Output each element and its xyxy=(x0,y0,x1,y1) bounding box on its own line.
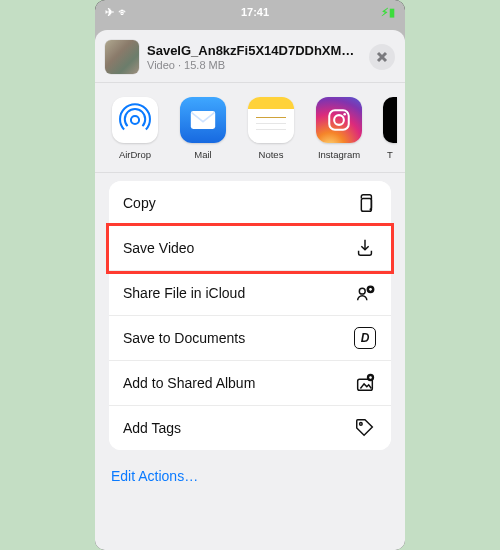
airdrop-icon xyxy=(112,97,158,143)
app-label: Notes xyxy=(259,149,284,160)
app-label: T xyxy=(383,149,397,160)
svg-rect-1 xyxy=(191,111,215,129)
sheet-header: SaveIG_An8kzFi5X14D7DDhXM… Video · 15.8 … xyxy=(95,30,405,82)
action-label: Save Video xyxy=(123,240,353,256)
close-icon xyxy=(376,51,388,63)
action-label: Copy xyxy=(123,195,353,211)
wifi-icon: ᯤ xyxy=(118,6,129,18)
icloud-share-icon xyxy=(353,281,377,305)
app-airdrop[interactable]: AirDrop xyxy=(109,97,161,160)
tag-icon xyxy=(353,416,377,440)
app-label: AirDrop xyxy=(119,149,151,160)
edit-actions-link[interactable]: Edit Actions… xyxy=(107,468,393,484)
svg-point-3 xyxy=(334,115,344,125)
app-notes[interactable]: Notes xyxy=(245,97,297,160)
share-apps-row[interactable]: AirDrop Mail Notes Instagram T xyxy=(95,83,405,172)
file-thumbnail xyxy=(105,40,139,74)
svg-rect-2 xyxy=(329,110,349,130)
app-instagram[interactable]: Instagram xyxy=(313,97,365,160)
partial-app-icon xyxy=(383,97,397,143)
status-time: 17:41 xyxy=(241,6,269,18)
app-label: Mail xyxy=(194,149,211,160)
svg-point-6 xyxy=(359,288,365,294)
shared-album-icon xyxy=(353,371,377,395)
status-left: ✈︎ ᯤ xyxy=(105,6,129,19)
svg-point-0 xyxy=(131,116,139,124)
action-save-video[interactable]: Save Video xyxy=(109,226,391,271)
action-label: Save to Documents xyxy=(123,330,353,346)
instagram-icon xyxy=(316,97,362,143)
action-label: Add Tags xyxy=(123,420,353,436)
action-add-shared-album[interactable]: Add to Shared Album xyxy=(109,361,391,406)
file-info: SaveIG_An8kzFi5X14D7DDhXM… Video · 15.8 … xyxy=(147,43,369,71)
action-share-icloud[interactable]: Share File in iCloud xyxy=(109,271,391,316)
apps-divider xyxy=(95,172,405,173)
action-label: Share File in iCloud xyxy=(123,285,353,301)
action-label: Add to Shared Album xyxy=(123,375,353,391)
phone-frame: ✈︎ ᯤ 17:41 ⚡︎▮ SaveIG_An8kzFi5X14D7DDhXM… xyxy=(95,0,405,550)
airplane-mode-icon: ✈︎ xyxy=(105,6,114,19)
share-sheet: SaveIG_An8kzFi5X14D7DDhXM… Video · 15.8 … xyxy=(95,30,405,550)
svg-point-4 xyxy=(343,113,346,116)
action-add-tags[interactable]: Add Tags xyxy=(109,406,391,450)
battery-icon: ⚡︎▮ xyxy=(381,6,395,19)
file-subtitle: Video · 15.8 MB xyxy=(147,59,369,71)
documents-app-icon: D xyxy=(353,326,377,350)
app-partial[interactable]: T xyxy=(381,97,399,160)
copy-icon xyxy=(353,191,377,215)
app-label: Instagram xyxy=(318,149,360,160)
status-bar: ✈︎ ᯤ 17:41 ⚡︎▮ xyxy=(95,0,405,22)
file-title: SaveIG_An8kzFi5X14D7DDhXM… xyxy=(147,43,369,58)
action-save-documents[interactable]: Save to Documents D xyxy=(109,316,391,361)
mail-icon xyxy=(180,97,226,143)
close-button[interactable] xyxy=(369,44,395,70)
download-icon xyxy=(353,236,377,260)
status-right: ⚡︎▮ xyxy=(381,6,395,19)
action-copy[interactable]: Copy xyxy=(109,181,391,226)
action-list: Copy Save Video Share File in iCloud Sav… xyxy=(109,181,391,450)
app-mail[interactable]: Mail xyxy=(177,97,229,160)
notes-icon xyxy=(248,97,294,143)
svg-point-10 xyxy=(360,423,363,426)
